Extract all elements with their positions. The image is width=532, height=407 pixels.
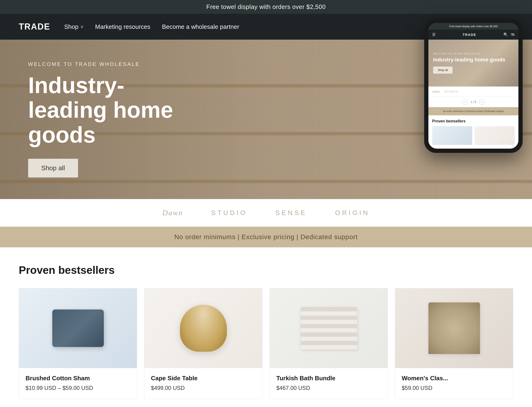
phone-product-1[interactable] [475,126,515,145]
phone-brands: Dawn STUDIO [428,86,518,97]
phone-carousel-prev[interactable]: ‹ [462,99,468,105]
phone-search-icon[interactable]: 🔍 [503,32,508,37]
phone-bestsellers: Proven bestsellers [428,115,518,149]
phone-screen: Free towel display with orders over $2,5… [428,23,518,149]
product-card-3[interactable]: Women's Clas... $59.00 USD [395,288,513,399]
phone-product-image-1 [475,126,515,145]
product-image-towels [270,288,388,368]
phone-logo: TRADE [463,33,476,37]
brand-origin[interactable]: ORIGIN [335,209,370,217]
phone-product-0[interactable] [432,126,472,145]
brand-studio[interactable]: STUDIO [211,209,247,217]
phone-hamburger-icon[interactable]: ☰ [432,32,435,37]
phone-hero: WELCOME TO TRADE WHOLESALE Industry-lead… [428,40,518,86]
phone-frame: Free towel display with orders over $2,5… [424,19,523,153]
nav-wholesale[interactable]: Become a wholesale partner [162,23,239,31]
phone-products-grid [432,126,515,145]
phone-value-bar: No order minimums | Exclusive pricing | … [428,107,518,115]
mobile-mockup: Free towel display with orders over $2,5… [424,19,523,153]
product-price-1: $499.00 USD [151,385,256,391]
brand-dawn[interactable]: Dawn [162,208,183,217]
nav-marketing[interactable]: Marketing resources [95,23,150,31]
product-name-3: Women's Clas... [402,375,507,382]
phone-hero-subtitle: WELCOME TO TRADE WHOLESALE [433,53,514,55]
nav-shop[interactable]: Shop ∨ [64,23,84,31]
phone-carousel-controls: ‹ 1 / 5 › [428,97,518,107]
phone-header-icons: 🔍 🛍 [503,32,515,37]
product-card-2[interactable]: Turkish Bath Bundle $467.00 USD [270,288,388,399]
phone-cart-icon[interactable]: 🛍 [511,32,515,37]
product-price-2: $467.00 USD [276,385,381,391]
phone-brand-dawn: Dawn [432,90,440,93]
main-nav: Shop ∨ Marketing resources Become a whol… [64,23,474,31]
product-name-1: Cape Side Table [151,375,256,382]
phone-carousel-next[interactable]: › [479,99,485,105]
product-price-0: $10.99 USD – $59.00 USD [25,385,130,391]
hero-content: WELCOME TO TRADE WHOLESALE Industry-lead… [0,61,220,178]
product-card-0[interactable]: Brushed Cotton Sham $10.99 USD – $59.00 … [19,288,137,399]
product-image-pillow [19,288,137,368]
product-name-0: Brushed Cotton Sham [25,375,130,382]
product-price-3: $59.00 USD [402,385,507,391]
products-grid: Brushed Cotton Sham $10.99 USD – $59.00 … [19,288,513,399]
product-card-1[interactable]: Cape Side Table $499.00 USD [144,288,262,399]
phone-product-image-0 [432,126,472,145]
brand-sense[interactable]: SENSE [275,209,307,217]
phone-announcement: Free towel display with orders over $2,5… [428,23,518,30]
phone-carousel-indicator: 1 / 5 [470,100,476,104]
value-bar: No order minimums | Exclusive pricing | … [0,227,532,247]
phone-header: ☰ TRADE 🔍 🛍 [428,30,518,40]
bestsellers-title: Proven bestsellers [19,264,513,276]
announcement-bar: Free towel display with orders over $2,5… [0,0,532,14]
product-image-clothing [395,288,513,368]
hero-subtitle: WELCOME TO TRADE WHOLESALE [28,61,192,67]
hero-title: Industry-leading home goods [28,73,192,147]
product-image-table [144,288,262,368]
shop-chevron-icon: ∨ [80,24,84,29]
phone-brand-studio: STUDIO [445,90,459,93]
brands-bar: Dawn STUDIO SENSE ORIGIN [0,199,532,227]
announcement-text: Free towel display with orders over $2,5… [206,3,325,10]
logo[interactable]: TRADE [19,22,50,32]
product-name-2: Turkish Bath Bundle [276,375,381,382]
hero-cta-button[interactable]: Shop all [28,159,78,178]
bestsellers-section: Proven bestsellers Brushed Cotton Sham $… [0,247,532,407]
phone-section-title: Proven bestsellers [432,119,515,123]
phone-hero-title: Industry-leading home goods [433,57,514,63]
phone-hero-cta-button[interactable]: Shop all [433,67,453,74]
